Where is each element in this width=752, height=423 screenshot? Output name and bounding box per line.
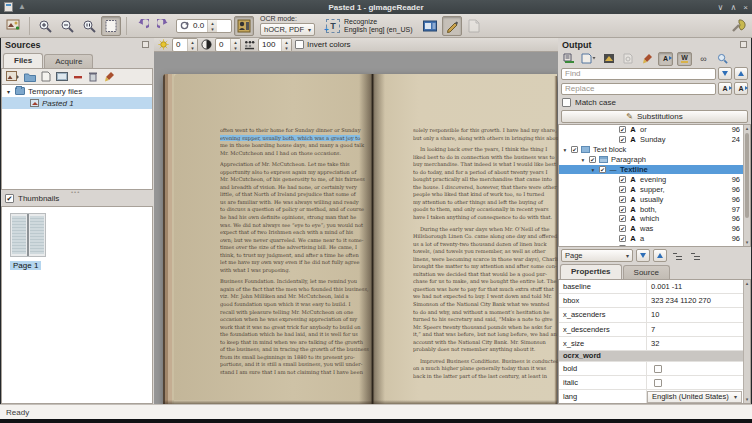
rotate-right-button[interactable] — [154, 16, 174, 36]
expand-all-button[interactable] — [670, 249, 685, 262]
property-row[interactable]: bold ▾ — [559, 362, 743, 376]
add-image-icon[interactable] — [6, 71, 19, 82]
sources-file-tree[interactable]: ▾ Temporary files Pasted 1 — [1, 84, 153, 190]
zoom-fit-button[interactable] — [101, 16, 121, 36]
thumbnail-caption[interactable]: Page 1 — [10, 261, 41, 270]
source-tree-row[interactable]: Pasted 1 — [2, 97, 152, 109]
hocr-tree-row[interactable]: ✔ A Sunday 24 — [559, 135, 743, 145]
property-row[interactable]: x_ascenders 10 ▾ — [559, 308, 743, 322]
property-checkbox[interactable] — [654, 365, 662, 373]
expander-icon[interactable]: ▾ — [590, 167, 596, 173]
zoom-in-button[interactable] — [35, 16, 55, 36]
property-row[interactable]: italic ▾ — [559, 376, 743, 390]
preview-button[interactable] — [620, 52, 635, 66]
scrollbar-thumb[interactable] — [745, 133, 749, 218]
screenshot-icon[interactable] — [56, 72, 68, 82]
remove-source-icon[interactable] — [73, 72, 83, 82]
property-row[interactable]: bbox 323 234 1120 270 ▾ — [559, 294, 743, 308]
hocr-tree-row[interactable]: ✔ A both, 97 — [559, 204, 743, 214]
word-checkbox[interactable]: ✔ — [619, 126, 626, 133]
export-button[interactable] — [601, 52, 616, 66]
paste-icon[interactable] — [41, 71, 51, 82]
word-checkbox[interactable]: ✔ — [619, 245, 626, 246]
word-checkbox[interactable]: ✔ — [619, 215, 626, 222]
rotation-spinbox[interactable]: 0.0 ▴▾ — [176, 19, 232, 33]
source-tree-row[interactable]: ▾ Temporary files — [2, 85, 152, 97]
hocr-tree-row[interactable]: ▾ ✔ — Textline — [559, 165, 743, 175]
scroll-up-icon[interactable]: ▴ — [744, 280, 750, 287]
scroll-down-icon[interactable]: ▾ — [744, 396, 750, 403]
brightness-spinbox[interactable]: 0 ▴▾ — [172, 38, 198, 52]
resolution-steppers[interactable]: ▴▾ — [281, 39, 291, 51]
properties-rows[interactable]: baseline 0.001 -11 ▾ bbox 323 234 1120 2… — [559, 280, 743, 403]
thumbnails-checkbox[interactable]: ✔ — [5, 194, 14, 203]
word-checkbox[interactable]: ✔ — [571, 146, 578, 153]
property-row[interactable]: x_descenders 7 ▾ — [559, 323, 743, 337]
word-checkbox[interactable]: ✔ — [619, 196, 626, 203]
word-checkbox[interactable]: ✔ — [619, 206, 626, 213]
merge-words-button[interactable]: ∞ — [696, 52, 711, 66]
edit-toggle-button[interactable] — [442, 16, 462, 36]
hocr-tree-row[interactable]: ✔ A evening 96 — [559, 174, 743, 184]
clear-all-icon[interactable] — [103, 71, 115, 82]
expander-icon[interactable]: ▾ — [5, 88, 12, 95]
expander-icon[interactable]: ▾ — [562, 147, 568, 153]
zoom-out-button[interactable] — [57, 16, 77, 36]
ocr-mode-select[interactable]: hOCR, PDF ▾ — [260, 23, 315, 36]
minimize-button[interactable]: ∨ — [718, 3, 724, 12]
contrast-steppers[interactable]: ▴▾ — [230, 39, 240, 51]
hocr-tree-row[interactable]: ✔ A or 96 — [559, 125, 743, 135]
hocr-tree-row[interactable]: ▾ ✔ Text block — [559, 145, 743, 155]
invert-colors-checkbox[interactable] — [295, 40, 304, 49]
brightness-steppers[interactable]: ▴▾ — [187, 39, 197, 51]
hocr-tree-row[interactable]: ✔ A usually 96 — [559, 194, 743, 204]
find-prev-button[interactable] — [734, 67, 748, 80]
scroll-down-icon[interactable]: ▾ — [744, 239, 750, 246]
find-next-button[interactable] — [718, 67, 732, 80]
tab-acquire[interactable]: Acquire — [44, 54, 93, 68]
find-input[interactable] — [561, 68, 716, 80]
hocr-tree-rows[interactable]: ✔ A or 96 ✔ A Sunday 24 ▾ ✔ Text — [559, 125, 743, 246]
zoom-to-word-button[interactable] — [715, 52, 730, 66]
word-checkbox[interactable]: ✔ — [619, 136, 626, 143]
scroll-up-icon[interactable]: ▴ — [744, 125, 750, 132]
property-row[interactable]: lang English (United States) ▾ — [559, 390, 743, 404]
navigate-prev-button[interactable] — [653, 249, 667, 262]
add-images-button[interactable] — [4, 16, 24, 36]
property-checkbox[interactable] — [654, 379, 662, 387]
recognize-button[interactable]: T Recognize English [eng] (en_US) — [321, 16, 417, 36]
replace-button[interactable]: A — [718, 82, 732, 95]
tree-scrollbar[interactable]: ▴ ▾ — [743, 125, 750, 246]
hocr-tree-row[interactable]: ✔ A great 96 — [559, 244, 743, 246]
open-folder-icon[interactable] — [24, 72, 36, 82]
expander-icon[interactable]: ▾ — [580, 157, 586, 163]
detach-icon[interactable] — [740, 41, 747, 48]
property-row[interactable]: ocrx_word ▾ — [559, 351, 743, 362]
collapse-all-button[interactable] — [688, 249, 703, 262]
zoom-original-button[interactable] — [79, 16, 99, 36]
resolution-spinbox[interactable]: 100 ▴▾ — [258, 38, 292, 52]
hocr-tree-row[interactable]: ✔ A a 96 — [559, 234, 743, 244]
hocr-tree-row[interactable]: ▾ ✔ Paragraph — [559, 155, 743, 165]
tab-files[interactable]: Files — [3, 53, 43, 68]
properties-scrollbar[interactable]: ▴ ▾ — [743, 280, 750, 403]
open-hocr-button[interactable] — [561, 52, 576, 66]
controls-toggle-button[interactable] — [234, 16, 254, 36]
clear-output-button[interactable] — [639, 52, 654, 66]
language-button[interactable] — [420, 16, 440, 36]
close-button[interactable]: × — [743, 3, 748, 12]
rotation-steppers[interactable]: ▴▾ — [207, 20, 217, 32]
word-checkbox[interactable]: ✔ — [619, 235, 626, 242]
new-document-button[interactable] — [464, 16, 484, 36]
confidence-toggle[interactable]: W — [677, 52, 692, 66]
maximize-button[interactable]: ∧ — [730, 3, 736, 12]
replace-input[interactable] — [561, 83, 716, 95]
scanned-book-image[interactable]: often went to their home for Sunday dinn… — [163, 74, 557, 404]
hocr-tree-row[interactable]: ✔ A supper, 96 — [559, 184, 743, 194]
contrast-spinbox[interactable]: 0 ▴▾ — [215, 38, 241, 52]
save-hocr-button[interactable] — [580, 52, 597, 66]
thumbnails-list[interactable]: Page 1 — [1, 206, 153, 404]
find-replace-toggle[interactable]: A — [658, 52, 673, 66]
word-checkbox[interactable]: ✔ — [619, 186, 626, 193]
splitter-handle[interactable]: ••• — [71, 189, 80, 195]
